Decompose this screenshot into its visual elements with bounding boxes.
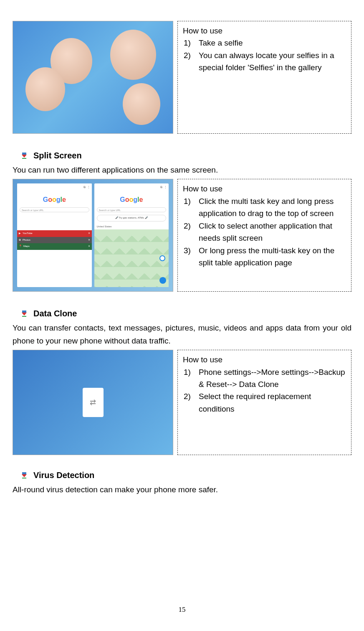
download-bullet-icon: [21, 152, 28, 159]
try-pill: 🎤 Try gas stations, ATMs 🎤: [97, 215, 167, 221]
virus-detection-heading: Virus Detection: [13, 468, 351, 482]
google-logo: Google: [94, 191, 169, 208]
map-pane: [94, 229, 169, 287]
phone-left: ⧉⋮ Google Search or type URL ▶YouTube✕ ✿…: [17, 183, 92, 287]
recent-app-youtube: ▶YouTube✕: [17, 230, 92, 237]
split-howto-box: How to use 1) Click the multi task key a…: [177, 179, 351, 292]
menu-dots-icon: ⋮: [87, 185, 90, 189]
list-item: 1) Click the multi task key and long pre…: [183, 195, 346, 220]
google-logo: Google: [17, 191, 92, 208]
swap-card: ⇄: [83, 388, 104, 417]
section-title: Split Screen: [33, 149, 82, 162]
selfie-howto-box: How to use 1) Take a selfie 2) You can a…: [177, 21, 351, 134]
clone-howto-box: How to use 1) Phone settings-->More sett…: [177, 350, 351, 455]
selfie-screenshot: [13, 21, 173, 134]
howto-list: 1) Phone settings-->More settings-->Back…: [183, 366, 346, 415]
howto-title: How to use: [183, 183, 346, 195]
section-description: You can run two different applications o…: [13, 164, 351, 176]
howto-list: 1) Take a selfie 2) You can always locat…: [183, 37, 346, 74]
section-title: Virus Detection: [33, 468, 94, 482]
howto-list: 1) Click the multi task key and long pre…: [183, 195, 346, 269]
list-item: 3) Or long press the multi-task key on t…: [183, 244, 346, 269]
split-screen-screenshot: ⧉⋮ Google Search or type URL ▶YouTube✕ ✿…: [13, 179, 173, 292]
tab-count-icon: ⧉: [83, 185, 86, 189]
split-screen-heading: Split Screen: [13, 149, 351, 162]
data-clone-screenshot: ⇄: [13, 350, 173, 455]
download-bullet-icon: [21, 310, 28, 317]
split-screen-section: ⧉⋮ Google Search or type URL ▶YouTube✕ ✿…: [13, 179, 351, 292]
map-place-label: United States: [94, 224, 169, 230]
list-item: 1) Phone settings-->More settings-->Back…: [183, 366, 346, 391]
close-icon: ✕: [88, 244, 90, 249]
svg-rect-3: [22, 316, 26, 317]
close-icon: ✕: [88, 232, 90, 236]
section-description: You can transfer contacts, text messages…: [13, 322, 351, 347]
search-bar: Search or type URL: [20, 207, 89, 212]
list-item: 2) You can always locate your selfies in…: [183, 49, 346, 74]
close-icon: ✕: [88, 238, 90, 242]
mic-icon: 🎤: [115, 216, 118, 219]
svg-rect-5: [22, 478, 26, 478]
howto-title: How to use: [183, 25, 346, 37]
phone-right: ⧉⋮ Google Search or type URL 🎤 Try gas s…: [94, 183, 169, 287]
menu-dots-icon: ⋮: [164, 185, 167, 189]
page-number: 15: [0, 604, 364, 615]
selfie-section: How to use 1) Take a selfie 2) You can a…: [13, 21, 351, 134]
list-item: 2) Select the required replacement condi…: [183, 390, 346, 415]
section-title: Data Clone: [33, 307, 77, 320]
tab-count-icon: ⧉: [160, 185, 162, 189]
map-fab-icon: [159, 277, 166, 284]
recent-app-photos: ✿Photos✕: [17, 237, 92, 244]
data-clone-section: ⇄ How to use 1) Phone settings-->More se…: [13, 350, 351, 455]
swap-arrows-icon: ⇄: [90, 397, 96, 409]
recent-app-maps: 📍Maps✕: [17, 243, 92, 250]
map-pin-icon: [159, 255, 165, 261]
list-item: 2) Click to select another application t…: [183, 220, 346, 244]
data-clone-heading: Data Clone: [13, 307, 351, 320]
search-bar: Search or type URL: [97, 207, 167, 212]
howto-title: How to use: [183, 354, 346, 366]
mic-icon: 🎤: [145, 216, 148, 219]
svg-rect-1: [22, 158, 26, 159]
section-description: All-round virus detection can make your …: [13, 483, 351, 496]
download-bullet-icon: [21, 472, 28, 478]
list-item: 1) Take a selfie: [183, 37, 346, 49]
